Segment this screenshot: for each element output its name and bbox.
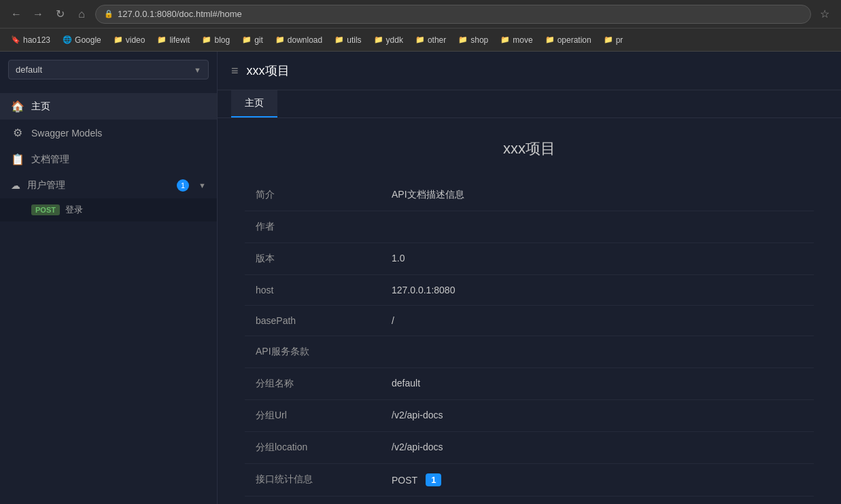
sidebar-sub-login-label: 登录 [65, 204, 83, 216]
bookmark-label-other: other [428, 35, 446, 45]
bookmark-label-move: move [513, 35, 532, 45]
field-value-stats: POST 1 [381, 464, 814, 497]
bookmark-folder-other: 📁 [415, 35, 425, 44]
table-row-host: host 127.0.0.1:8080 [245, 275, 814, 306]
bookmark-utils[interactable]: 📁 utils [329, 33, 366, 48]
reload-button[interactable]: ↻ [52, 6, 68, 22]
lock-icon: 🔒 [104, 10, 114, 18]
bookmark-label-lifewit: lifewit [169, 35, 190, 45]
bookmark-label-shop: shop [470, 35, 488, 45]
sidebar-item-user-mgmt-label: 用户管理 [27, 179, 65, 192]
group-selector[interactable]: default ▼ [8, 60, 209, 79]
bookmark-folder-pr: 📁 [604, 35, 613, 44]
document-icon: 📋 [11, 153, 24, 166]
table-row-api-terms: API服务条款 [245, 336, 814, 368]
address-bar[interactable]: 🔒 127.0.0.1:8080/doc.html#/home [95, 5, 811, 24]
field-key-intro: 简介 [245, 179, 381, 211]
table-row-group-location: 分组location /v2/api-docs [245, 432, 814, 464]
field-value-basepath: / [381, 306, 814, 336]
bookmark-folder-yddk: 📁 [374, 35, 383, 44]
post-method-label: POST [392, 475, 417, 486]
table-row-author: 作者 [245, 211, 814, 243]
field-value-api-terms [381, 336, 814, 368]
bookmark-label-git: git [254, 35, 263, 45]
bookmark-folder-utils: 📁 [334, 35, 344, 44]
info-panel: xxx项目 简介 API文档描述信息 作者 版本 1.0 [218, 118, 841, 504]
table-row-group-name: 分组名称 default [245, 368, 814, 400]
field-key-group-url: 分组Url [245, 400, 381, 432]
table-row-basepath: basePath / [245, 306, 814, 336]
cloud-icon: ☁ [11, 180, 20, 191]
info-panel-title: xxx项目 [245, 139, 814, 159]
field-key-group-name: 分组名称 [245, 368, 381, 400]
bookmark-move[interactable]: 📁 move [495, 33, 538, 48]
field-key-version: 版本 [245, 243, 381, 275]
bookmark-label-operation: operation [557, 35, 591, 45]
bookmark-download[interactable]: 📁 download [270, 33, 328, 48]
field-key-api-terms: API服务条款 [245, 336, 381, 368]
sidebar-item-user-mgmt[interactable]: ☁ 用户管理 1 ▼ [0, 173, 217, 198]
bookmark-hao123[interactable]: 🔖 hao123 [5, 33, 56, 48]
bookmark-favicon-hao123: 🔖 [11, 35, 20, 44]
user-mgmt-badge: 1 [177, 179, 189, 192]
bookmark-pr[interactable]: 📁 pr [598, 33, 629, 48]
post-count-badge: 1 [426, 473, 441, 486]
bookmark-label-pr: pr [616, 35, 623, 45]
sidebar-item-doc-mgmt[interactable]: 📋 文档管理 [0, 146, 217, 173]
sidebar: default ▼ 🏠 主页 ⚙ Swagger Models 📋 文档管理 ☁… [0, 52, 218, 504]
bookmark-other[interactable]: 📁 other [410, 33, 451, 48]
field-value-group-location: /v2/api-docs [381, 432, 814, 464]
post-stats: POST 1 [392, 473, 803, 486]
bookmark-folder-operation: 📁 [545, 35, 555, 44]
main-title: xxx项目 [247, 62, 290, 79]
sidebar-item-home-label: 主页 [31, 101, 50, 113]
forward-button[interactable]: → [30, 6, 46, 22]
tab-home-label: 主页 [245, 97, 264, 108]
table-row-intro: 简介 API文档描述信息 [245, 179, 814, 211]
bookmark-label-google: Google [75, 35, 101, 45]
bookmark-video[interactable]: 📁 video [108, 33, 151, 48]
bookmark-label-hao123: hao123 [23, 35, 50, 45]
tab-bar: 主页 [218, 90, 841, 118]
field-key-basepath: basePath [245, 306, 381, 336]
bookmark-lifewit[interactable]: 📁 lifewit [152, 33, 195, 48]
field-key-host: host [245, 275, 381, 306]
main-content: ≡ xxx项目 主页 xxx项目 简介 API文档描述信息 作者 [218, 52, 841, 504]
home-icon: 🏠 [11, 100, 24, 113]
bookmark-label-download: download [288, 35, 322, 45]
field-value-group-name: default [381, 368, 814, 400]
bookmark-folder-video: 📁 [114, 35, 123, 44]
field-key-author: 作者 [245, 211, 381, 243]
sidebar-sub-login[interactable]: POST 登录 [0, 198, 217, 221]
bookmark-folder-git: 📁 [242, 35, 252, 44]
bookmark-git[interactable]: 📁 git [237, 33, 269, 48]
bookmark-operation[interactable]: 📁 operation [540, 33, 597, 48]
sidebar-item-doc-mgmt-label: 文档管理 [31, 154, 69, 166]
tab-home[interactable]: 主页 [231, 90, 277, 118]
bookmark-folder-blog: 📁 [202, 35, 211, 44]
bookmark-folder-lifewit: 📁 [157, 35, 167, 44]
url-text: 127.0.0.1:8080/doc.html#/home [118, 9, 242, 19]
bookmarks-bar: 🔖 hao123 🌐 Google 📁 video 📁 lifewit 📁 bl… [0, 29, 841, 52]
home-button[interactable]: ⌂ [73, 6, 90, 22]
bookmark-folder-shop: 📁 [458, 35, 468, 44]
sidebar-item-swagger[interactable]: ⚙ Swagger Models [0, 120, 217, 146]
field-value-author [381, 211, 814, 243]
bookmark-folder-download: 📁 [275, 35, 285, 44]
bookmark-blog[interactable]: 📁 blog [196, 33, 235, 48]
field-key-stats: 接口统计信息 [245, 464, 381, 497]
bookmark-star-button[interactable]: ☆ [817, 6, 833, 22]
chevron-down-icon: ▼ [194, 66, 201, 74]
field-value-group-url: /v2/api-docs [381, 400, 814, 432]
hamburger-icon[interactable]: ≡ [231, 64, 239, 78]
back-button[interactable]: ← [8, 6, 24, 22]
bookmark-shop[interactable]: 📁 shop [453, 33, 494, 48]
gear-icon: ⚙ [11, 126, 24, 139]
info-table: 简介 API文档描述信息 作者 版本 1.0 host 127.0.0.1:80… [245, 179, 814, 497]
bookmark-yddk[interactable]: 📁 yddk [368, 33, 409, 48]
sidebar-item-home[interactable]: 🏠 主页 [0, 93, 217, 120]
group-selector-value: default [16, 65, 42, 75]
post-badge: POST [31, 204, 60, 215]
field-value-version: 1.0 [381, 243, 814, 275]
bookmark-google[interactable]: 🌐 Google [57, 33, 107, 48]
